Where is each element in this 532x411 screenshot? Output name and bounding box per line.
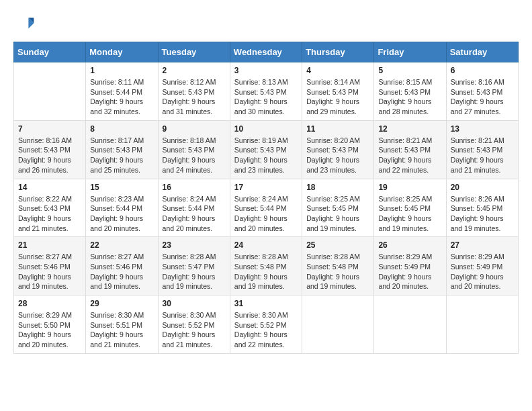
daylight-line1: Daylight: 9 hours: [378, 272, 441, 282]
day-number: 10: [234, 124, 298, 134]
sunset-text: Sunset: 5:44 PM: [90, 87, 153, 97]
sunset-text: Sunset: 5:51 PM: [90, 320, 153, 330]
calendar-cell: [302, 295, 374, 354]
sunrise-text: Sunrise: 8:29 AM: [451, 252, 514, 262]
calendar-cell: 4Sunrise: 8:14 AMSunset: 5:43 PMDaylight…: [302, 62, 374, 121]
sunset-text: Sunset: 5:52 PM: [234, 320, 298, 330]
daylight-line2: and 19 minutes.: [234, 281, 298, 291]
daylight-line1: Daylight: 9 hours: [451, 272, 514, 282]
calendar-cell: 18Sunrise: 8:25 AMSunset: 5:45 PMDayligh…: [302, 179, 374, 237]
daylight-line1: Daylight: 9 hours: [90, 97, 153, 107]
calendar-cell: 26Sunrise: 8:29 AMSunset: 5:49 PMDayligh…: [374, 237, 446, 295]
daylight-line1: Daylight: 9 hours: [163, 272, 226, 282]
calendar-cell: 19Sunrise: 8:25 AMSunset: 5:45 PMDayligh…: [374, 179, 446, 237]
daylight-line1: Daylight: 9 hours: [451, 155, 514, 165]
sunset-text: Sunset: 5:46 PM: [90, 262, 153, 272]
day-number: 20: [451, 183, 514, 192]
calendar-cell: 12Sunrise: 8:21 AMSunset: 5:43 PMDayligh…: [374, 120, 446, 179]
day-number: 9: [163, 124, 226, 134]
sunrise-text: Sunrise: 8:26 AM: [451, 194, 514, 204]
day-info: Sunrise: 8:11 AMSunset: 5:44 PMDaylight:…: [90, 77, 153, 117]
day-info: Sunrise: 8:30 AMSunset: 5:52 PMDaylight:…: [163, 310, 226, 350]
daylight-line2: and 23 minutes.: [306, 165, 369, 175]
sunrise-text: Sunrise: 8:13 AM: [234, 77, 298, 87]
sunset-text: Sunset: 5:49 PM: [378, 262, 441, 272]
calendar-header-saturday: Saturday: [446, 42, 518, 62]
day-number: 17: [234, 183, 298, 192]
calendar-table: SundayMondayTuesdayWednesdayThursdayFrid…: [13, 42, 519, 354]
sunset-text: Sunset: 5:44 PM: [234, 203, 298, 214]
sunset-text: Sunset: 5:43 PM: [306, 145, 369, 155]
daylight-line2: and 19 minutes.: [163, 281, 226, 291]
sunrise-text: Sunrise: 8:28 AM: [163, 252, 226, 262]
daylight-line2: and 20 minutes.: [378, 281, 441, 291]
day-number: 16: [163, 183, 226, 192]
calendar-cell: 9Sunrise: 8:18 AMSunset: 5:43 PMDaylight…: [158, 120, 230, 179]
calendar-header-wednesday: Wednesday: [230, 42, 302, 62]
calendar-cell: 7Sunrise: 8:16 AMSunset: 5:43 PMDaylight…: [14, 120, 86, 179]
calendar-header-thursday: Thursday: [302, 42, 374, 62]
sunrise-text: Sunrise: 8:30 AM: [163, 310, 226, 320]
daylight-line2: and 29 minutes.: [306, 107, 369, 117]
sunrise-text: Sunrise: 8:24 AM: [234, 194, 298, 204]
daylight-line1: Daylight: 9 hours: [90, 272, 153, 282]
day-info: Sunrise: 8:14 AMSunset: 5:43 PMDaylight:…: [306, 77, 369, 117]
sunrise-text: Sunrise: 8:28 AM: [306, 252, 369, 262]
day-number: 24: [234, 240, 298, 250]
daylight-line2: and 19 minutes.: [90, 281, 153, 291]
day-number: 8: [90, 124, 153, 134]
sunrise-text: Sunrise: 8:27 AM: [18, 252, 81, 262]
sunset-text: Sunset: 5:46 PM: [18, 262, 81, 272]
sunset-text: Sunset: 5:43 PM: [451, 145, 514, 155]
calendar-cell: 21Sunrise: 8:27 AMSunset: 5:46 PMDayligh…: [14, 237, 86, 295]
day-info: Sunrise: 8:20 AMSunset: 5:43 PMDaylight:…: [306, 136, 369, 175]
day-info: Sunrise: 8:27 AMSunset: 5:46 PMDaylight:…: [90, 252, 153, 291]
daylight-line2: and 20 minutes.: [234, 224, 298, 234]
sunrise-text: Sunrise: 8:12 AM: [163, 77, 226, 87]
daylight-line2: and 19 minutes.: [451, 224, 514, 234]
calendar-cell: 28Sunrise: 8:29 AMSunset: 5:50 PMDayligh…: [14, 295, 86, 354]
day-number: 1: [90, 66, 153, 75]
sunset-text: Sunset: 5:50 PM: [18, 320, 81, 330]
sunrise-text: Sunrise: 8:20 AM: [306, 136, 369, 146]
day-info: Sunrise: 8:28 AMSunset: 5:48 PMDaylight:…: [306, 252, 369, 291]
sunset-text: Sunset: 5:43 PM: [378, 87, 441, 97]
day-info: Sunrise: 8:13 AMSunset: 5:43 PMDaylight:…: [234, 77, 298, 117]
daylight-line1: Daylight: 9 hours: [378, 155, 441, 165]
daylight-line1: Daylight: 9 hours: [163, 155, 226, 165]
calendar-cell: 20Sunrise: 8:26 AMSunset: 5:45 PMDayligh…: [446, 179, 518, 237]
day-number: 12: [378, 124, 441, 134]
daylight-line2: and 20 minutes.: [163, 224, 226, 234]
daylight-line2: and 21 minutes.: [18, 224, 81, 234]
sunrise-text: Sunrise: 8:21 AM: [378, 136, 441, 146]
day-number: 18: [306, 183, 369, 192]
sunrise-text: Sunrise: 8:22 AM: [18, 194, 81, 204]
daylight-line1: Daylight: 9 hours: [306, 155, 369, 165]
day-number: 31: [234, 299, 298, 308]
sunset-text: Sunset: 5:43 PM: [90, 145, 153, 155]
day-number: 25: [306, 240, 369, 250]
daylight-line1: Daylight: 9 hours: [451, 214, 514, 224]
sunset-text: Sunset: 5:43 PM: [18, 203, 81, 214]
sunset-text: Sunset: 5:49 PM: [451, 262, 514, 272]
day-info: Sunrise: 8:21 AMSunset: 5:43 PMDaylight:…: [451, 136, 514, 175]
day-info: Sunrise: 8:26 AMSunset: 5:45 PMDaylight:…: [451, 194, 514, 234]
day-info: Sunrise: 8:24 AMSunset: 5:44 PMDaylight:…: [234, 194, 298, 234]
sunrise-text: Sunrise: 8:25 AM: [306, 194, 369, 204]
calendar-cell: 1Sunrise: 8:11 AMSunset: 5:44 PMDaylight…: [86, 62, 158, 121]
daylight-line2: and 32 minutes.: [90, 107, 153, 117]
daylight-line1: Daylight: 9 hours: [90, 214, 153, 224]
daylight-line1: Daylight: 9 hours: [234, 214, 298, 224]
day-number: 13: [451, 124, 514, 134]
daylight-line1: Daylight: 9 hours: [234, 330, 298, 340]
daylight-line1: Daylight: 9 hours: [306, 97, 369, 107]
calendar-cell: 2Sunrise: 8:12 AMSunset: 5:43 PMDaylight…: [158, 62, 230, 121]
calendar-cell: [446, 295, 518, 354]
daylight-line2: and 19 minutes.: [306, 281, 369, 291]
daylight-line1: Daylight: 9 hours: [90, 330, 153, 340]
calendar-header-sunday: Sunday: [14, 42, 86, 62]
daylight-line1: Daylight: 9 hours: [234, 272, 298, 282]
calendar-cell: 24Sunrise: 8:28 AMSunset: 5:48 PMDayligh…: [230, 237, 302, 295]
day-info: Sunrise: 8:16 AMSunset: 5:43 PMDaylight:…: [451, 77, 514, 117]
daylight-line2: and 20 minutes.: [90, 224, 153, 234]
